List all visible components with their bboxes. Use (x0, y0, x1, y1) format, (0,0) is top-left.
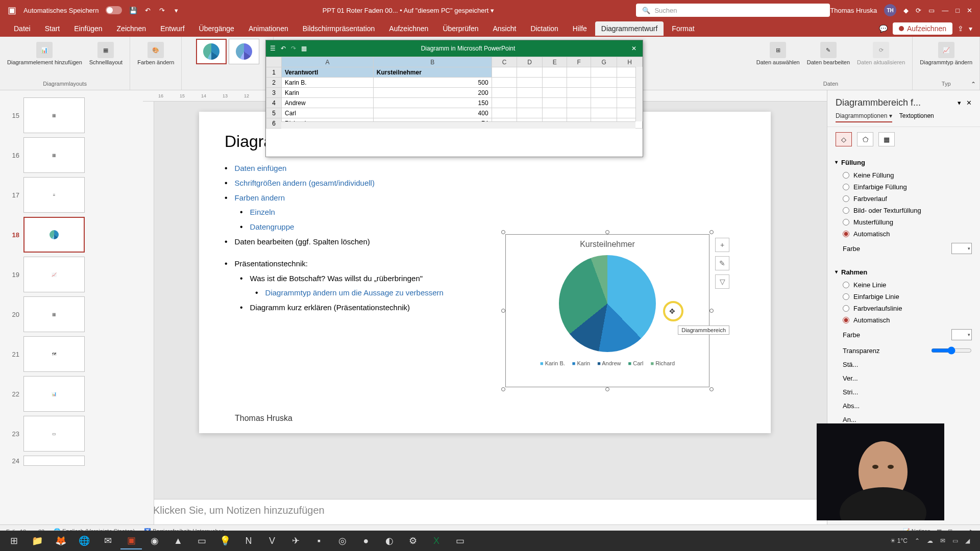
tab-text-options[interactable]: Textoptionen (899, 112, 934, 122)
excel-close-icon[interactable]: ✕ (629, 43, 639, 54)
thumb-24[interactable] (23, 456, 85, 466)
tab-ueberpruefen[interactable]: Überprüfen (436, 21, 484, 36)
undo-icon[interactable]: ↶ (143, 6, 152, 14)
excel-redo-icon[interactable]: ↷ (291, 45, 296, 52)
tab-animationen[interactable]: Animationen (242, 21, 295, 36)
app-icon-4[interactable]: ▪ (308, 532, 330, 549)
tab-chart-options[interactable]: Diagrammoptionen ▾ (836, 112, 892, 122)
tab-start[interactable]: Start (39, 21, 66, 36)
app-icon-1[interactable]: ◉ (144, 532, 165, 549)
fill-section-header[interactable]: Füllung (836, 156, 972, 169)
fill-gradient[interactable]: Farbverlauf (836, 193, 972, 205)
slide-thumbnails[interactable]: 15▦ 16▦ 17≡ 18 19📈 20▦ 21🗺 22📊 23▭ 24 (0, 90, 143, 524)
tab-diagrammentwurf[interactable]: Diagrammentwurf (595, 21, 664, 36)
fill-solid[interactable]: Einfarbige Füllung (836, 181, 972, 193)
chrome-icon[interactable]: 🌐 (74, 532, 95, 549)
share-icon[interactable]: ⇪ (958, 24, 964, 33)
size-props-icon[interactable]: ▦ (878, 132, 895, 146)
tab-hilfe[interactable]: Hilfe (567, 21, 593, 36)
border-section-header[interactable]: Rahmen (836, 265, 972, 279)
telegram-icon[interactable]: ✈ (285, 532, 306, 549)
tray-app-icon[interactable]: ▭ (952, 537, 958, 544)
chart-object[interactable]: Kursteilnehmer Karin B. Karin Andrew Car… (505, 234, 709, 387)
record-button[interactable]: Aufzeichnen (893, 22, 952, 35)
tab-format[interactable]: Format (666, 21, 700, 36)
excel-grid[interactable]: ABCDEFGH 1VerantwortlKursteilnehmer 2Kar… (266, 57, 643, 129)
border-none[interactable]: Keine Linie (836, 279, 972, 291)
app-icon-2[interactable]: ▭ (191, 532, 212, 549)
tab-datei[interactable]: Datei (8, 21, 37, 36)
obs-icon[interactable]: ◎ (332, 532, 353, 549)
collapse-ribbon-icon[interactable]: ⌃ (971, 81, 976, 88)
excel-vscroll[interactable] (635, 67, 643, 121)
refresh-data-button[interactable]: ⟳Daten aktualisieren (855, 41, 907, 66)
diamond-icon[interactable]: ◆ (903, 7, 909, 14)
app-icon-6[interactable]: ◐ (379, 532, 400, 549)
fill-picture[interactable]: Bild- oder Texturfüllung (836, 205, 972, 216)
tray-mail-icon[interactable]: ✉ (940, 537, 945, 544)
fill-none[interactable]: Keine Füllung (836, 169, 972, 181)
tab-uebergaenge[interactable]: Übergänge (193, 21, 240, 36)
explorer-icon[interactable]: 📁 (27, 532, 48, 549)
thumb-19[interactable]: 📈 (23, 257, 85, 292)
chart-add-element-icon[interactable]: + (715, 238, 729, 252)
thumb-15[interactable]: ▦ (23, 97, 85, 133)
vlc-icon[interactable]: ▲ (167, 532, 189, 549)
tray-chevron-icon[interactable]: ⌃ (915, 537, 920, 544)
tab-dictation[interactable]: Dictation (524, 21, 564, 36)
search-box[interactable]: 🔍 Suchen (636, 4, 830, 17)
tab-ansicht[interactable]: Ansicht (486, 21, 522, 36)
qat-more-icon[interactable]: ▾ (172, 6, 180, 14)
excel-view-icon[interactable]: ▦ (301, 45, 307, 52)
maximize-icon[interactable]: □ (955, 7, 960, 14)
user-name[interactable]: Thomas Hruska (830, 7, 877, 14)
tray-logo-icon[interactable]: ◢ (965, 537, 970, 544)
comments-icon[interactable]: 💬 (879, 24, 888, 33)
tab-entwurf[interactable]: Entwurf (154, 21, 190, 36)
excel-hscroll[interactable] (281, 121, 635, 129)
add-chart-element-button[interactable]: 📊Diagrammelement hinzufügen (5, 41, 84, 66)
excel-icon[interactable]: X (426, 532, 447, 549)
firefox-icon[interactable]: 🦊 (50, 532, 71, 549)
visio-icon[interactable]: V (261, 532, 283, 549)
transparency-slider[interactable] (931, 346, 972, 355)
settings-icon[interactable]: ⚙ (402, 532, 424, 549)
thumb-16[interactable]: ▦ (23, 137, 85, 173)
powerpoint-icon[interactable]: ▣ (120, 532, 142, 549)
thumb-18[interactable] (23, 217, 85, 253)
format-pane-dropdown-icon[interactable]: ▾ (958, 99, 961, 107)
autosave-toggle[interactable] (106, 6, 122, 14)
edit-data-button[interactable]: ✎Daten bearbeiten (805, 41, 852, 66)
border-gradient[interactable]: Farbverlaufslinie (836, 303, 972, 314)
border-auto[interactable]: Automatisch (836, 314, 972, 326)
format-pane-close-icon[interactable]: ✕ (966, 99, 972, 107)
user-avatar[interactable]: TH (884, 4, 896, 16)
border-color-picker[interactable] (951, 329, 972, 340)
app-icon-7[interactable]: ▭ (449, 532, 471, 549)
tab-einfuegen[interactable]: Einfügen (68, 21, 108, 36)
chart-filter-icon[interactable]: ▽ (715, 274, 729, 289)
ribbon-options-icon[interactable]: ▾ (969, 24, 972, 33)
minimize-icon[interactable]: — (942, 7, 948, 14)
app-icon-5[interactable]: ● (355, 532, 377, 549)
tab-zeichnen[interactable]: Zeichnen (111, 21, 153, 36)
redo-icon[interactable]: ↷ (158, 6, 166, 14)
chart-style-gallery[interactable] (196, 39, 259, 64)
chart-style-icon[interactable]: ✎ (715, 256, 729, 270)
excel-undo-icon[interactable]: ↶ (281, 45, 286, 52)
start-button[interactable]: ⊞ (3, 532, 24, 549)
fill-color-picker[interactable] (951, 243, 972, 254)
weather-widget[interactable]: ☀ 1°C (890, 537, 908, 544)
fill-pattern[interactable]: Musterfüllung (836, 216, 972, 228)
close-icon[interactable]: ✕ (967, 7, 972, 14)
quick-layout-button[interactable]: ▦Schnelllayout (87, 41, 125, 66)
excel-menu-icon[interactable]: ☰ (270, 45, 276, 52)
notes-pane[interactable]: Klicken Sie, um Notizen hinzuzufügen (143, 499, 827, 524)
outlook-icon[interactable]: ✉ (97, 532, 118, 549)
border-solid[interactable]: Einfarbige Linie (836, 291, 972, 303)
thumb-22[interactable]: 📊 (23, 376, 85, 412)
effects-icon[interactable]: ⬠ (857, 132, 873, 146)
tab-praesentation[interactable]: Bildschirmpräsentation (297, 21, 381, 36)
thumb-17[interactable]: ≡ (23, 177, 85, 213)
fill-line-icon[interactable]: ◇ (836, 132, 852, 146)
